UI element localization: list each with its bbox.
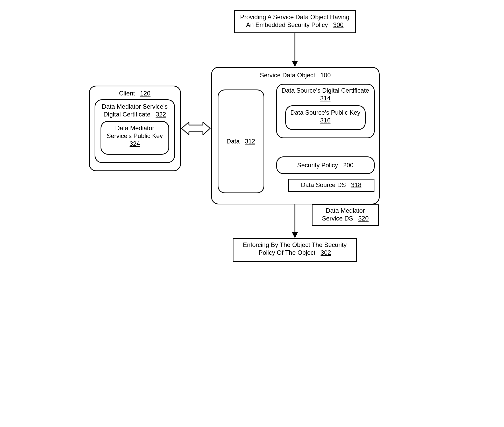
sdo-title-ref: 100 [320, 72, 331, 79]
arrow-top-to-sdo [291, 33, 299, 67]
client-cert-box: Data Mediator Service's Digital Certific… [95, 99, 175, 163]
svg-marker-1 [292, 61, 298, 67]
ds-cert-ref: 314 [320, 95, 330, 102]
svg-marker-4 [292, 232, 298, 238]
security-policy-ref: 200 [343, 162, 353, 169]
step-enforce-policy: Enforcing By The Object The Security Pol… [233, 238, 357, 262]
flow-diagram: Providing A Service Data Object Having A… [89, 10, 415, 283]
security-policy-label: Security Policy [297, 162, 338, 169]
step-provide-ref: 300 [333, 21, 344, 28]
sdo-data-box: Data 312 [218, 89, 264, 193]
step-enforce-line1: Enforcing By The Object The Security [243, 241, 347, 248]
client-key-ref: 324 [130, 140, 140, 147]
svg-marker-2 [182, 122, 210, 135]
client-key-box: Data Mediator Service's Public Key 324 [101, 121, 169, 155]
step-enforce-line2: Policy Of The Object [259, 249, 316, 256]
sdo-box: Service Data Object 100 Data 312 Data So… [211, 67, 380, 204]
data-source-ds-label: Data Source DS [301, 181, 346, 188]
sdo-title: Service Data Object [260, 72, 315, 79]
client-box: Client 120 Data Mediator Service's Digit… [89, 86, 181, 171]
client-cert-ref: 322 [156, 111, 166, 118]
arrow-client-sdo-bidir [182, 119, 210, 137]
step-provide-sdo: Providing A Service Data Object Having A… [234, 10, 356, 33]
ds-cert-box: Data Source's Digital Certificate 314 Da… [276, 84, 375, 138]
client-title-ref: 120 [140, 90, 151, 97]
ds-key-label: Data Source's Public Key [290, 109, 360, 116]
data-source-ds-ref: 318 [351, 181, 361, 188]
data-source-ds-box: Data Source DS 318 [288, 179, 374, 192]
security-policy-box: Security Policy 200 [276, 156, 375, 174]
mediator-ds-box: Data Mediator Service DS 320 [312, 204, 379, 226]
client-cert-line2: Digital Certificate [103, 111, 150, 118]
ds-key-box: Data Source's Public Key 316 [285, 105, 366, 130]
ds-key-ref: 316 [320, 117, 330, 124]
mediator-ds-line2: Service DS [322, 215, 353, 222]
step-provide-line2: An Embedded Security Policy [246, 21, 328, 28]
sdo-data-ref: 312 [245, 138, 255, 145]
client-title: Client [119, 90, 135, 97]
arrow-sdo-to-bottom [291, 204, 299, 238]
sdo-data-label: Data [226, 138, 240, 145]
client-key-line1: Data Mediator [115, 125, 154, 132]
client-cert-line1: Data Mediator Service's [102, 103, 168, 110]
mediator-ds-line1: Data Mediator [326, 207, 365, 214]
ds-cert-label: Data Source's Digital Certificate [281, 87, 369, 94]
mediator-ds-ref: 320 [358, 215, 369, 222]
client-key-line2: Service's Public Key [107, 132, 163, 139]
step-enforce-ref: 302 [321, 249, 331, 256]
step-provide-line1: Providing A Service Data Object Having [240, 13, 350, 20]
